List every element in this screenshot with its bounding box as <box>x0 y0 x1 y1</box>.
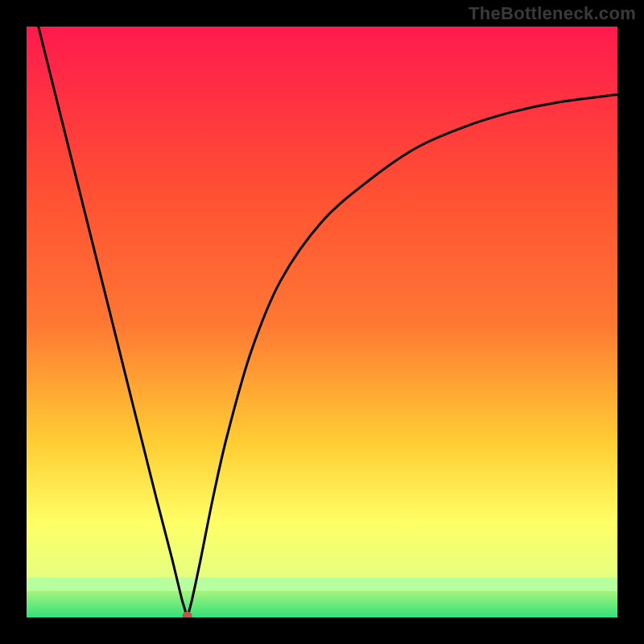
chart-stage: TheBottleneck.com <box>0 0 644 644</box>
gradient-background <box>27 27 617 617</box>
plot-frame <box>27 27 617 617</box>
chart-svg <box>27 27 617 617</box>
green-highlight-band <box>27 578 617 591</box>
attribution-label: TheBottleneck.com <box>469 3 636 24</box>
